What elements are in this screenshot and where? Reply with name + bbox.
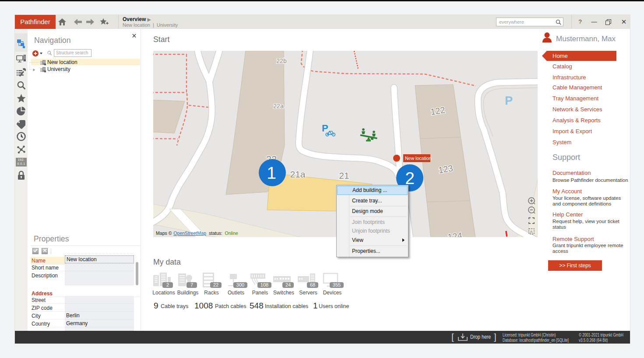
- svg-text:1: 1: [267, 163, 276, 182]
- svg-text:21a: 21a: [290, 169, 305, 179]
- svg-text:P: P: [322, 123, 328, 134]
- svg-text:New location: New location: [405, 156, 431, 161]
- svg-text:OpenStreetMap: OpenStreetMap: [173, 230, 206, 236]
- svg-text:21: 21: [339, 170, 349, 181]
- svg-text:Maps ©: Maps ©: [156, 230, 172, 236]
- svg-text:22a: 22a: [273, 103, 284, 110]
- svg-text:22b: 22b: [276, 57, 287, 64]
- svg-text:Online: Online: [225, 230, 238, 236]
- svg-text:P: P: [505, 94, 513, 107]
- svg-text:status:: status:: [209, 230, 222, 236]
- svg-text:A: A: [530, 230, 533, 234]
